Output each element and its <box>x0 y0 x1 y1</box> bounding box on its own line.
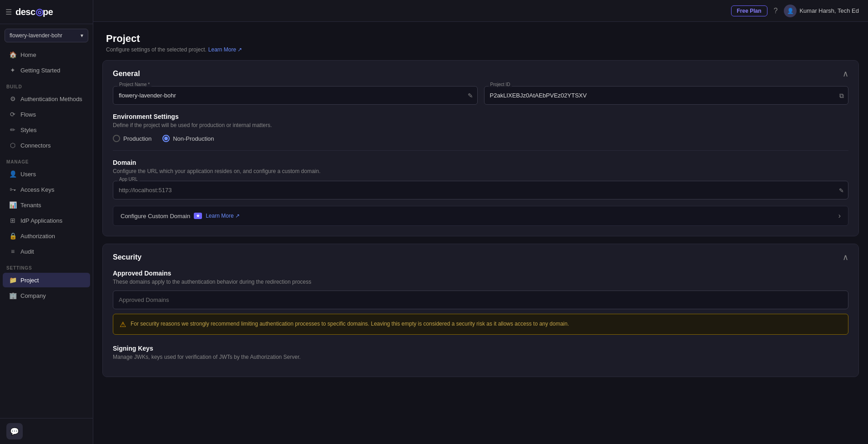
sidebar-item-access-keys[interactable]: 🗝 Access Keys <box>3 182 90 197</box>
approved-domains-input[interactable] <box>113 291 848 309</box>
sidebar-item-label: Company <box>20 292 46 299</box>
sidebar-item-label: Users <box>20 171 36 178</box>
sidebar-item-company[interactable]: 🏢 Company <box>3 288 90 303</box>
sidebar-item-getting-started[interactable]: ✦ Getting Started <box>3 63 90 77</box>
copy-icon[interactable]: ⧉ <box>839 92 844 99</box>
avatar: 👤 <box>784 5 797 17</box>
flows-icon: ⟳ <box>9 111 16 118</box>
app-url-label: App URL <box>117 177 140 182</box>
content-area: Project Configure settings of the select… <box>93 22 868 444</box>
sidebar-item-label: Home <box>20 51 36 58</box>
app-url-group: App URL ✎ <box>113 181 848 199</box>
sidebar-item-users[interactable]: 👤 Users <box>3 167 90 181</box>
sidebar-item-home[interactable]: 🏠 Home <box>3 47 90 62</box>
radio-circle-non-production <box>162 135 170 142</box>
free-plan-button[interactable]: Free Plan <box>731 5 767 16</box>
configure-custom-domain-row[interactable]: Configure Custom Domain ★ Learn More ↗ › <box>113 206 848 226</box>
field-row-project: Project Name * ✎ Project ID ⧉ <box>113 86 848 105</box>
styles-icon: ✏ <box>9 126 16 133</box>
authorization-icon: 🔒 <box>9 232 16 240</box>
app-url-edit-icon[interactable]: ✎ <box>839 187 844 194</box>
sidebar-item-styles[interactable]: ✏ Styles <box>3 122 90 137</box>
hamburger-icon[interactable]: ☰ <box>5 8 12 16</box>
security-card-body: Approved Domains These domains apply to … <box>103 270 858 345</box>
sidebar-item-authorization[interactable]: 🔒 Authorization <box>3 229 90 243</box>
project-name-label: Project Name * <box>117 82 151 87</box>
sidebar-item-connectors[interactable]: ⬡ Connectors <box>3 138 90 153</box>
project-name: flowery-lavender-bohr <box>10 32 62 39</box>
signing-keys-section: Signing Keys Manage JWKs, keys used for … <box>103 345 858 377</box>
divider <box>113 150 848 151</box>
sidebar-item-label: Authentication Methods <box>20 96 82 102</box>
security-card: Security ∧ Approved Domains These domain… <box>102 244 859 377</box>
project-selector[interactable]: flowery-lavender-bohr ▾ <box>5 29 88 42</box>
general-card-header[interactable]: General ∧ <box>103 61 858 86</box>
sidebar-item-flows[interactable]: ⟳ Flows <box>3 107 90 122</box>
project-name-input[interactable] <box>113 86 478 105</box>
configure-custom-domain-label: Configure Custom Domain <box>121 213 190 219</box>
tenants-icon: 📊 <box>9 201 16 209</box>
warning-text: For security reasons we strongly recomme… <box>131 320 569 328</box>
warning-icon: ⚠ <box>120 320 126 329</box>
project-id-input[interactable] <box>484 86 849 105</box>
project-name-field: Project Name * ✎ <box>113 86 478 105</box>
sidebar-item-tenants[interactable]: 📊 Tenants <box>3 198 90 212</box>
external-link-icon-2: ↗ <box>235 213 240 219</box>
collapse-button[interactable]: ∧ <box>843 69 848 86</box>
radio-group: Production Non-Production <box>113 135 848 142</box>
radio-non-production-label: Non-Production <box>173 135 214 142</box>
sidebar-item-audit[interactable]: ≡ Audit <box>3 244 90 259</box>
user-info[interactable]: 👤 Kumar Harsh, Tech Ed <box>784 5 859 17</box>
learn-more-link[interactable]: Learn More ↗ <box>208 46 242 53</box>
environment-title: Environment Settings <box>113 113 848 120</box>
sidebar-item-label: Project <box>20 277 39 284</box>
support-icon: 💬 <box>10 427 19 436</box>
sidebar-item-label: Access Keys <box>20 186 54 193</box>
subtitle-text: Configure settings of the selected proje… <box>106 46 207 53</box>
warning-box: ⚠ For security reasons we strongly recom… <box>113 314 848 335</box>
learn-more-text: Learn More <box>208 46 236 53</box>
custom-domain-left: Configure Custom Domain ★ Learn More ↗ <box>121 213 240 219</box>
security-title: Security <box>113 253 141 269</box>
custom-domain-learn-more-text: Learn More <box>206 213 233 219</box>
page-title: Project <box>106 33 855 45</box>
users-icon: 👤 <box>9 170 16 178</box>
sidebar-item-label: Getting Started <box>20 67 60 74</box>
project-id-label: Project ID <box>489 82 512 87</box>
access-keys-icon: 🗝 <box>9 186 16 193</box>
chevron-right-icon: › <box>838 212 841 220</box>
company-icon: 🏢 <box>9 292 16 299</box>
audit-icon: ≡ <box>9 248 16 255</box>
manage-section-label: Manage <box>0 153 93 166</box>
custom-domain-learn-more-link[interactable]: Learn More ↗ <box>206 213 239 219</box>
security-card-header[interactable]: Security ∧ <box>103 244 858 270</box>
auth-methods-icon: ⚙ <box>9 95 16 102</box>
sidebar: ☰ desc◎pe flowery-lavender-bohr ▾ 🏠 Home… <box>0 0 93 444</box>
radio-non-production[interactable]: Non-Production <box>162 135 214 142</box>
sidebar-item-auth-methods[interactable]: ⚙ Authentication Methods <box>3 92 90 106</box>
radio-production[interactable]: Production <box>113 135 151 142</box>
sidebar-item-project[interactable]: 📁 Project <box>3 273 90 287</box>
build-section-label: Build <box>0 78 93 91</box>
project-icon: 📁 <box>9 276 16 284</box>
signing-keys-desc: Manage JWKs, keys used for verification … <box>113 354 848 360</box>
star-badge: ★ <box>194 213 202 219</box>
app-url-input[interactable] <box>113 181 848 199</box>
general-card: General ∧ Project Name * ✎ Project ID <box>102 60 859 236</box>
page-header: Project Configure settings of the select… <box>93 22 868 60</box>
edit-icon[interactable]: ✎ <box>468 92 473 99</box>
connectors-icon: ⬡ <box>9 142 16 149</box>
environment-section: Environment Settings Define if the proje… <box>113 113 848 142</box>
page-subtitle: Configure settings of the selected proje… <box>106 46 855 53</box>
approved-domains-desc: These domains apply to the authenticatio… <box>113 279 848 285</box>
sidebar-item-label: Audit <box>20 248 34 255</box>
chevron-down-icon: ▾ <box>81 32 83 39</box>
domain-section: Domain Configure the URL which your appl… <box>113 159 848 226</box>
help-icon[interactable]: ? <box>774 7 778 15</box>
security-collapse-button[interactable]: ∧ <box>843 252 848 270</box>
support-button[interactable]: 💬 <box>6 423 23 439</box>
idp-applications-icon: ⊞ <box>9 217 16 224</box>
sidebar-item-idp-applications[interactable]: ⊞ IdP Applications <box>3 213 90 228</box>
sidebar-item-label: Authorization <box>20 233 55 240</box>
sidebar-bottom: 💬 <box>0 418 93 444</box>
